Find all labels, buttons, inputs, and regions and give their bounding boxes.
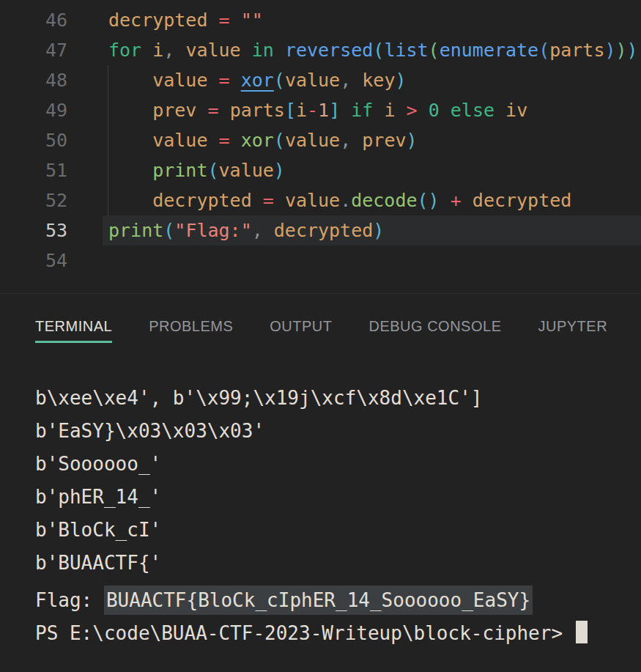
code-token: value [285, 190, 340, 211]
code-text[interactable]: decrypted = "" [103, 5, 641, 35]
code-token: ] [329, 100, 340, 121]
code-text[interactable]: prev = parts[i-1] if i > 0 else iv [103, 95, 641, 125]
code-text[interactable]: print("Flag:", decrypted) [103, 215, 641, 245]
code-token [373, 100, 384, 121]
code-token: = [219, 10, 230, 31]
code-token [207, 70, 218, 91]
code-token [196, 100, 207, 121]
code-token: xor [241, 70, 274, 91]
terminal-line: b'Soooooo_' [35, 448, 641, 481]
code-token: . [340, 190, 351, 211]
terminal-text: b'BloCk_cI' [35, 519, 161, 541]
line-number[interactable]: 50 [0, 125, 103, 155]
code-token: ) [429, 190, 440, 211]
code-token: decrypted [108, 10, 207, 31]
code-line-49[interactable]: 49 prev = parts[i-1] if i > 0 else iv [0, 95, 641, 125]
line-number[interactable]: 52 [0, 185, 103, 215]
tab-output[interactable]: OUTPUT [270, 317, 332, 343]
code-token: parts [230, 100, 285, 121]
code-text[interactable] [103, 245, 641, 276]
code-token: i [152, 40, 163, 61]
code-token: , [340, 70, 351, 91]
line-number[interactable]: 49 [0, 95, 103, 125]
code-token: key [362, 70, 395, 91]
code-token [230, 70, 241, 91]
code-line-47[interactable]: 47for i, value in reversed(list(enumerat… [0, 35, 641, 65]
tab-debug-console[interactable]: DEBUG CONSOLE [369, 317, 502, 343]
terminal-line: b'BloCk_cI' [35, 514, 641, 547]
code-token: xor [241, 130, 274, 151]
code-line-46[interactable]: 46decrypted = "" [0, 5, 641, 35]
code-token: "Flag:" [174, 220, 251, 241]
code-token: prev [362, 130, 406, 151]
code-token: - [307, 100, 318, 121]
code-token [263, 220, 274, 241]
code-editor[interactable]: 46decrypted = ""47for i, value in revers… [0, 0, 641, 293]
indent-guide [108, 65, 108, 215]
code-token [462, 190, 473, 211]
tab-terminal[interactable]: TERMINAL [35, 317, 112, 343]
flag-highlight: BUAACTF{BloCk_cIphER_14_Soooooo_EaSY} [104, 586, 533, 615]
code-token: decrypted [274, 220, 373, 241]
terminal-line: b'EaSY}\x03\x03\x03' [35, 415, 641, 448]
code-token: enumerate [440, 40, 538, 61]
code-token: ) [274, 160, 285, 181]
code-token: + [451, 190, 462, 211]
code-token [108, 100, 152, 121]
code-text[interactable]: decrypted = value.decode() + decrypted [103, 185, 641, 215]
code-token: ( [207, 160, 218, 181]
code-line-53[interactable]: 53print("Flag:", decrypted) [0, 215, 641, 245]
line-number[interactable]: 47 [0, 35, 103, 65]
terminal-line: b'BUAACTF{' [35, 547, 641, 580]
code-line-52[interactable]: 52 decrypted = value.decode() + decrypte… [0, 185, 641, 215]
code-token [241, 40, 252, 61]
code-text[interactable]: value = xor(value, key) [103, 65, 641, 95]
code-line-50[interactable]: 50 value = xor(value, prev) [0, 125, 641, 155]
terminal-text: b'Soooooo_' [35, 453, 161, 475]
code-token: = [208, 100, 219, 121]
code-token: parts [549, 40, 604, 61]
line-number[interactable]: 48 [0, 65, 103, 95]
terminal-text: b\xee\xe4', b'\x99;\x19j\xcf\x8d\xe1C'] [35, 387, 482, 409]
code-token [418, 100, 429, 121]
code-token: value [285, 130, 340, 151]
code-line-51[interactable]: 51 print(value) [0, 155, 641, 185]
panel-tabbar: TERMINALPROBLEMSOUTPUTDEBUG CONSOLEJUPYT… [0, 317, 641, 343]
code-token [252, 190, 263, 211]
code-token: reversed [285, 40, 373, 61]
terminal-cursor [576, 621, 588, 643]
code-token: value [152, 70, 207, 91]
code-text[interactable]: value = xor(value, prev) [103, 125, 641, 155]
code-token: decrypted [152, 190, 251, 211]
code-line-48[interactable]: 48 value = xor(value, key) [0, 65, 641, 95]
code-token [174, 40, 185, 61]
code-token: list [384, 40, 428, 61]
code-text[interactable]: print(value) [103, 155, 641, 185]
code-token: in [252, 40, 274, 61]
code-token: value [219, 160, 274, 181]
line-number[interactable]: 53 [0, 215, 103, 245]
code-token: 1 [318, 100, 329, 121]
code-token: if [351, 100, 373, 121]
tab-problems[interactable]: PROBLEMS [149, 317, 233, 343]
code-token: value [152, 130, 207, 151]
code-token: ) [627, 40, 638, 61]
terminal-output[interactable]: b\xee\xe4', b'\x99;\x19j\xcf\x8d\xe1C']b… [0, 382, 641, 650]
terminal-text: b'EaSY}\x03\x03\x03' [35, 420, 264, 442]
code-line-54[interactable]: 54 [0, 245, 641, 276]
code-token: , [252, 220, 263, 241]
code-token [108, 70, 152, 91]
code-text[interactable]: for i, value in reversed(list(enumerate(… [103, 35, 641, 65]
code-token [230, 10, 241, 31]
line-number[interactable]: 46 [0, 5, 103, 35]
bottom-panel: TERMINALPROBLEMSOUTPUTDEBUG CONSOLEJUPYT… [0, 293, 641, 671]
tab-jupyter[interactable]: JUPYTER [538, 317, 607, 343]
code-token: "" [241, 10, 263, 31]
code-token: ( [274, 70, 285, 91]
code-token [351, 70, 362, 91]
code-token [108, 160, 152, 181]
code-token: ( [418, 190, 429, 211]
line-number[interactable]: 54 [0, 245, 103, 276]
terminal-text: b'phER_14_' [35, 486, 161, 508]
line-number[interactable]: 51 [0, 155, 103, 185]
